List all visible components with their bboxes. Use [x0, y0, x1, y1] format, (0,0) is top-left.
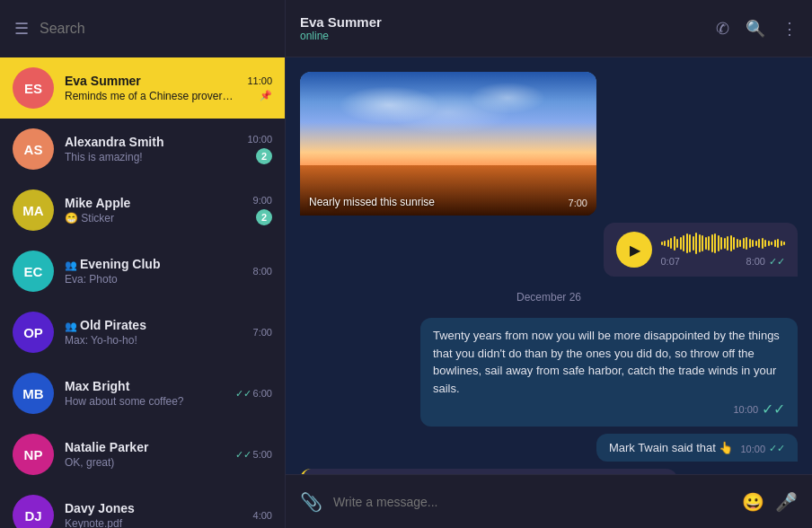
contact-preview: Eva: Photo [65, 273, 243, 286]
contact-time: ✓✓6:00 [235, 388, 272, 400]
contact-info: Davy JonesKeynote.pdf [65, 501, 243, 528]
contact-item-ec[interactable]: EC👥Evening ClubEva: Photo8:00 [0, 241, 285, 302]
contact-list: ESEva SummerReminds me of a Chinese prov… [0, 57, 285, 528]
long-text-check: ✓✓ [762, 400, 785, 418]
message-image: Nearly missed this sunrise 7:00 [300, 72, 596, 216]
contact-info: 👥Old PiratesMax: Yo-ho-ho! [65, 318, 243, 347]
contact-info: Max BrightHow about some coffee? [65, 379, 225, 408]
contact-time: 9:00 [253, 195, 272, 206]
wave-bar [711, 234, 713, 252]
image-caption: Nearly missed this sunrise [309, 196, 435, 208]
contact-preview: Max: Yo-ho-ho! [65, 334, 243, 347]
wave-bar [727, 236, 728, 251]
emoji-icon[interactable]: 😀 [742, 491, 764, 513]
chat-status: online [300, 30, 716, 42]
microphone-icon[interactable]: 🎤 [775, 491, 798, 513]
wave-bar [699, 234, 701, 252]
badge: 2 [256, 209, 272, 225]
contact-meta: 9:002 [253, 195, 272, 225]
contact-meta: 7:00 [253, 327, 272, 338]
search-header-icon[interactable]: 🔍 [746, 19, 765, 39]
contact-preview: 😁 Sticker [65, 212, 243, 224]
voice-time-check: 8:00 ✓✓ [746, 256, 785, 268]
wave-bar [752, 240, 754, 247]
contact-item-es[interactable]: ESEva SummerReminds me of a Chinese prov… [0, 57, 285, 119]
contact-time: 7:00 [253, 327, 272, 338]
contact-meta: 11:00📌 [247, 75, 272, 101]
contact-name: Natalie Parker [65, 440, 225, 454]
wave-bar [749, 239, 751, 248]
attachment-icon[interactable]: 📎 [300, 491, 322, 513]
contact-item-op[interactable]: OP👥Old PiratesMax: Yo-ho-ho!7:00 [0, 302, 285, 363]
avatar: AS [13, 128, 54, 170]
short-out-footer: 10:00 ✓✓ [740, 443, 785, 454]
wave-bar [762, 238, 763, 249]
contact-meta: 4:00 [253, 510, 272, 521]
chat-contact-info: Eva Summer online [300, 14, 716, 42]
contact-preview: Keynote.pdf [65, 517, 243, 528]
chat-contact-name: Eva Summer [300, 14, 716, 30]
contact-meta: 10:002 [247, 134, 272, 164]
contact-preview: This is amazing! [65, 151, 236, 163]
contact-info: Alexandra SmithThis is amazing! [65, 135, 236, 163]
contact-name: Davy Jones [65, 501, 243, 515]
voice-message: ▶ 0:07 8:00 ✓✓ [604, 223, 799, 277]
chat-input-bar: 📎 😀 🎤 [286, 474, 812, 528]
date-divider: December 26 [300, 291, 798, 304]
short-out-time: 10:00 [740, 444, 765, 454]
wave-bar [720, 237, 722, 250]
contact-time: 10:00 [247, 134, 272, 145]
contact-time: ✓✓5:00 [235, 449, 272, 461]
wave-bar [783, 242, 785, 245]
contact-item-as[interactable]: ASAlexandra SmithThis is amazing!10:002 [0, 119, 285, 180]
wave-bar [708, 236, 710, 251]
contact-item-np[interactable]: NPNatalie ParkerOK, great)✓✓5:00 [0, 424, 285, 485]
chat-area: Eva Summer online ✆ 🔍 ⋮ Nearly missed th… [286, 0, 812, 528]
long-text-message: Twenty years from now you will be more d… [420, 318, 798, 427]
contact-item-dj[interactable]: DJDavy JonesKeynote.pdf4:00 [0, 485, 285, 528]
waveform [661, 233, 786, 254]
short-out-check: ✓✓ [769, 443, 785, 454]
wave-bar [670, 238, 672, 249]
contact-preview: OK, great) [65, 456, 225, 469]
voice-time-row: 0:07 8:00 ✓✓ [661, 256, 786, 268]
wave-bar [739, 240, 741, 247]
image-message: Nearly missed this sunrise 7:00 [300, 72, 596, 216]
play-button[interactable]: ▶ [616, 232, 652, 268]
contact-name: Mike Apple [65, 196, 243, 210]
contact-preview: How about some coffee? [65, 395, 225, 408]
wave-bar [746, 237, 747, 250]
wave-bar [695, 233, 697, 254]
contact-name: 👥Old Pirates [65, 318, 243, 332]
wave-bar [771, 242, 772, 245]
contact-item-ma[interactable]: MAMike Apple😁 Sticker9:002 [0, 180, 285, 241]
call-icon[interactable]: ✆ [716, 19, 729, 39]
wave-bar [774, 240, 776, 247]
search-input[interactable] [40, 21, 270, 37]
wave-bar [702, 235, 703, 251]
wave-bar [661, 242, 663, 245]
short-out-message: Mark Twain said that 👆 10:00 ✓✓ [596, 434, 798, 462]
sidebar-header: ☰ [0, 0, 285, 57]
long-text-footer: 10:00 ✓✓ [433, 400, 785, 418]
voice-info: 0:07 8:00 ✓✓ [661, 233, 786, 268]
avatar: ES [13, 67, 54, 109]
wave-bar [724, 238, 726, 249]
sidebar: ☰ ESEva SummerReminds me of a Chinese pr… [0, 0, 286, 528]
image-time: 7:00 [569, 198, 587, 208]
menu-icon[interactable]: ☰ [14, 19, 29, 39]
wave-bar [667, 240, 669, 247]
contact-time: 8:00 [253, 266, 272, 277]
wave-bar [755, 241, 757, 246]
contact-meta: ✓✓5:00 [235, 449, 272, 461]
more-icon[interactable]: ⋮ [781, 19, 798, 39]
wave-bar [674, 236, 675, 251]
play-icon: ▶ [630, 242, 640, 259]
long-text-body: Twenty years from now you will be more d… [433, 327, 785, 397]
contact-item-mb[interactable]: MBMax BrightHow about some coffee?✓✓6:00 [0, 363, 285, 424]
avatar: DJ [13, 495, 54, 528]
contact-time: 4:00 [253, 510, 272, 521]
wave-bar [683, 235, 684, 251]
message-input[interactable] [333, 495, 731, 509]
contact-info: 👥Evening ClubEva: Photo [65, 257, 243, 286]
